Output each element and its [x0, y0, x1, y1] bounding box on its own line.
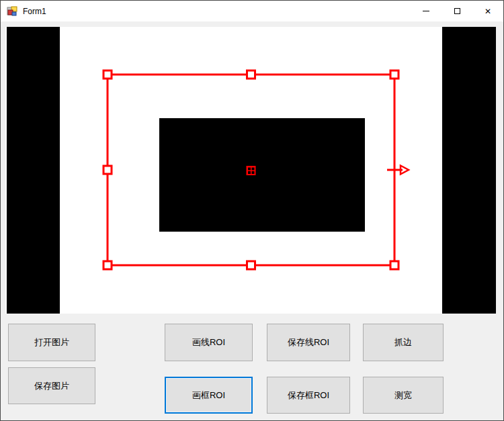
minimize-icon: [423, 11, 429, 11]
roi-handle-middle-left[interactable]: [103, 166, 112, 174]
form-icon: [7, 6, 17, 17]
draw-line-roi-button[interactable]: 画线ROI: [165, 324, 253, 361]
maximize-icon: [454, 8, 460, 14]
roi-handle-top-left[interactable]: [103, 71, 112, 79]
save-box-roi-button[interactable]: 保存框ROI: [267, 377, 350, 414]
roi-overlay: [5, 27, 496, 314]
window-title: Form1: [23, 7, 411, 16]
roi-handle-bottom-left[interactable]: [103, 261, 112, 269]
open-image-button[interactable]: 打开图片: [8, 324, 95, 361]
close-icon: ✕: [485, 7, 491, 15]
maximize-button[interactable]: [442, 1, 472, 21]
measure-width-button[interactable]: 测宽: [363, 377, 444, 414]
roi-center-marker[interactable]: [247, 166, 256, 175]
close-button[interactable]: ✕: [472, 1, 503, 21]
roi-handle-top-center[interactable]: [247, 71, 255, 79]
roi-direction-arrow-icon: [387, 166, 409, 175]
titlebar: Form1 ✕: [1, 1, 503, 21]
minimize-button[interactable]: [411, 1, 442, 21]
image-canvas[interactable]: [5, 27, 496, 314]
save-line-roi-button[interactable]: 保存线ROI: [267, 324, 350, 361]
save-image-button[interactable]: 保存图片: [8, 367, 95, 404]
roi-handle-bottom-right[interactable]: [390, 261, 398, 269]
grab-edge-button[interactable]: 抓边: [363, 324, 444, 361]
roi-handle-top-right[interactable]: [390, 71, 398, 79]
draw-box-roi-button[interactable]: 画框ROI: [165, 377, 253, 414]
app-window: Form1 ✕: [0, 0, 504, 421]
roi-handle-bottom-center[interactable]: [247, 261, 255, 269]
